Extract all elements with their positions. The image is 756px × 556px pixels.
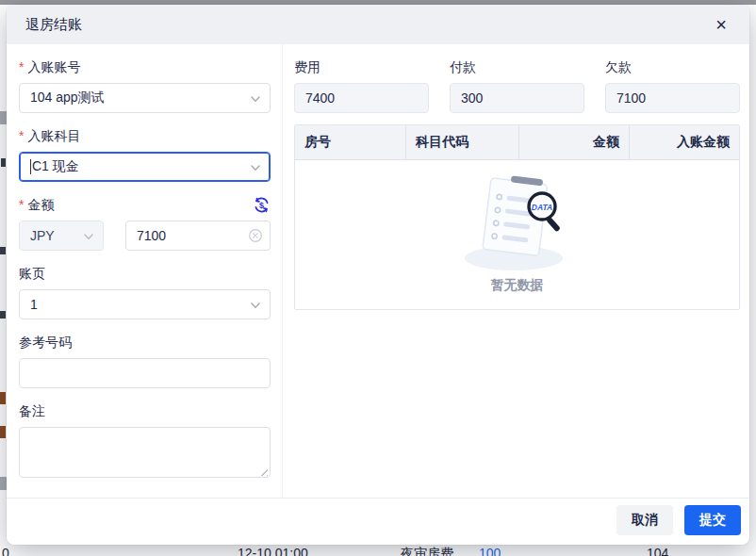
subject-select-value: C1 现金	[32, 158, 79, 175]
required-asterisk: *	[19, 195, 24, 214]
background-fragment	[0, 477, 7, 490]
folio-page-select[interactable]: 1	[19, 289, 271, 319]
background-row-fragment: 0	[2, 546, 9, 556]
charges-table-header: 房号 科目代码 金额 入账金额	[295, 125, 739, 160]
currency-select-value: JPY	[30, 228, 55, 243]
modal-title: 退房结账	[25, 16, 82, 34]
background-row-item: 夜审房费	[401, 546, 453, 556]
subject-label: * 入账科目	[19, 126, 271, 145]
background-fragment	[0, 111, 7, 124]
currency-exchange-icon[interactable]: $	[253, 196, 271, 214]
fee-field: 费用	[294, 57, 429, 113]
reference-input[interactable]	[19, 358, 271, 388]
chevron-down-icon	[83, 231, 94, 242]
arrears-input[interactable]	[605, 83, 740, 113]
amount-row: JPY	[19, 221, 271, 251]
checkout-settlement-modal: 退房结账 × * 入账账号 104 app测试 * 入账科目	[7, 5, 749, 545]
summary-row: 费用 付款 欠款	[294, 57, 740, 113]
background-fragment	[0, 392, 6, 404]
background-fragment	[1, 158, 6, 167]
folio-page-select-value: 1	[30, 297, 38, 312]
text-caret	[30, 159, 31, 174]
folio-page-label: 账页	[19, 264, 271, 283]
no-data-text: 暂无数据	[491, 277, 544, 294]
modal-body: * 入账账号 104 app测试 * 入账科目 C1 现金 *	[7, 44, 749, 498]
settlement-form: * 入账账号 104 app测试 * 入账科目 C1 现金 *	[7, 44, 283, 498]
required-asterisk: *	[19, 57, 24, 76]
background-fragment	[0, 426, 6, 438]
charges-table-empty-state: DATA 暂无数据	[295, 160, 739, 309]
remark-textarea[interactable]	[19, 427, 271, 478]
no-data-icon-text: DATA	[531, 203, 551, 212]
background-fragment	[0, 311, 6, 319]
currency-select[interactable]: JPY	[19, 221, 104, 251]
fee-input[interactable]	[294, 83, 429, 113]
background-row-code: 104	[647, 546, 668, 556]
charges-table: 房号 科目代码 金额 入账金额	[294, 124, 740, 310]
column-header-posted-amount: 入账金额	[630, 125, 739, 159]
payment-field: 付款	[450, 57, 584, 113]
column-header-room: 房号	[295, 125, 406, 159]
subject-select[interactable]: C1 现金	[19, 152, 271, 182]
no-data-illustration: DATA	[455, 175, 580, 273]
submit-button[interactable]: 提交	[684, 505, 741, 535]
required-asterisk: *	[19, 126, 24, 145]
chevron-down-icon	[250, 162, 261, 173]
settlement-summary-panel: 费用 付款 欠款 房号 科目代码	[283, 44, 749, 498]
remark-wrap	[19, 427, 271, 481]
account-select-value: 104 app测试	[30, 90, 105, 106]
amount-input-wrap	[125, 221, 271, 251]
chevron-down-icon	[250, 93, 261, 105]
column-header-subject-code: 科目代码	[406, 125, 519, 159]
background-fragment	[0, 247, 6, 254]
cancel-button[interactable]: 取消	[616, 505, 673, 535]
payment-input[interactable]	[450, 83, 584, 113]
background-table-row: 0 12-10 01:00 夜审房费 100 104	[0, 546, 756, 556]
chevron-down-icon	[250, 300, 261, 311]
arrears-field: 欠款	[605, 57, 740, 113]
page-background: 0 12-10 01:00 夜审房费 100 104 退房结账 × * 入账账号…	[0, 0, 756, 556]
background-row-amount: 100	[479, 546, 501, 556]
amount-label: * 金额 $	[19, 195, 271, 214]
clear-icon[interactable]	[248, 228, 263, 246]
fee-label: 费用	[294, 57, 429, 76]
modal-footer: 取消 提交	[7, 498, 749, 545]
account-label: * 入账账号	[19, 57, 271, 76]
modal-header: 退房结账 ×	[7, 5, 749, 44]
account-select[interactable]: 104 app测试	[19, 83, 271, 113]
payment-label: 付款	[450, 57, 584, 76]
column-header-amount: 金额	[519, 125, 630, 159]
close-icon[interactable]: ×	[710, 15, 732, 34]
svg-text:$: $	[259, 200, 264, 209]
background-row-time: 12-10 01:00	[238, 546, 308, 556]
remark-label: 备注	[19, 401, 271, 420]
arrears-label: 欠款	[605, 57, 740, 76]
reference-label: 参考号码	[19, 333, 271, 352]
